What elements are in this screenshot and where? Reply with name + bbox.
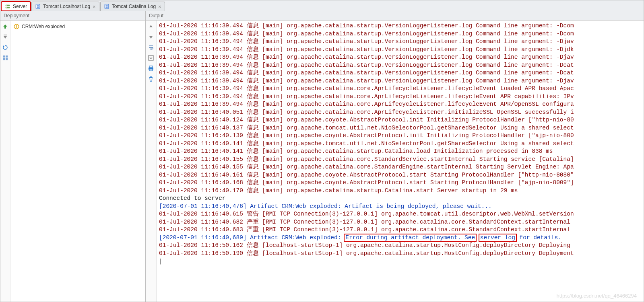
close-icon[interactable]: × <box>158 4 161 9</box>
log-line: 01-Jul-2020 11:16:50.190 信息 [localhost-s… <box>159 250 643 258</box>
error-highlight-1: Error during artifact deployment. See <box>344 234 477 242</box>
tab-label: Server <box>13 4 27 9</box>
scroll-up-icon[interactable] <box>147 23 155 30</box>
svg-rect-14 <box>3 58 5 60</box>
clear-all-icon[interactable] <box>147 75 155 82</box>
log-line: [2020-07-01 11:16:40,476] Artifact CRM:W… <box>159 203 643 211</box>
deployment-panel-title: Deployment <box>0 11 145 21</box>
log-line: 01-Jul-2020 11:16:40.051 信息 [main] org.a… <box>159 109 643 117</box>
error-highlight-2: server log <box>479 234 517 242</box>
scroll-down-icon[interactable] <box>147 33 155 41</box>
soft-wrap-icon[interactable] <box>147 44 155 51</box>
log-line: 01-Jul-2020 11:16:40.682 严重 [RMI TCP Con… <box>159 218 643 226</box>
tab-server[interactable]: Server <box>1 2 31 11</box>
log-line: 01-Jul-2020 11:16:39.494 信息 [main] org.a… <box>159 85 643 93</box>
tab-tomcat-localhost-log[interactable]: Tomcat Localhost Log× <box>31 2 99 11</box>
svg-rect-20 <box>149 66 153 68</box>
deployment-tree[interactable]: CRM:Web exploded <box>10 21 145 302</box>
log-line: 01-Jul-2020 11:16:40.170 信息 [main] org.a… <box>159 187 643 195</box>
log-line: 01-Jul-2020 11:16:39.494 信息 [main] org.a… <box>159 101 643 109</box>
log-line: 01-Jul-2020 11:16:40.615 警告 [RMI TCP Con… <box>159 210 643 218</box>
log-line: 01-Jul-2020 11:16:40.124 信息 [main] org.a… <box>159 116 643 124</box>
tab-label: Tomcat Localhost Log <box>43 4 90 9</box>
warning-icon <box>14 24 19 29</box>
svg-rect-17 <box>16 25 17 27</box>
server-icon <box>5 4 10 9</box>
log-line: 01-Jul-2020 11:16:40.161 信息 [main] org.a… <box>159 171 643 179</box>
log-line: 01-Jul-2020 11:16:39.494 信息 [main] org.a… <box>159 93 643 101</box>
log-line: 01-Jul-2020 11:16:50.162 信息 [localhost-s… <box>159 242 643 250</box>
refresh-icon[interactable] <box>2 44 9 51</box>
print-icon[interactable] <box>147 65 155 72</box>
console-output[interactable]: 01-Jul-2020 11:16:39.494 信息 [main] org.a… <box>157 21 644 302</box>
output-toolbar <box>146 21 157 302</box>
log-line: 01-Jul-2020 11:16:39.494 信息 [main] org.a… <box>159 62 643 70</box>
output-panel-title: Output <box>146 11 644 21</box>
content-area: Deployment CRM:Web exploded Output <box>0 11 644 302</box>
log-line: 01-Jul-2020 11:16:40.141 信息 [main] org.a… <box>159 148 643 156</box>
svg-rect-18 <box>16 27 17 28</box>
log-line: 01-Jul-2020 11:16:39.494 信息 [main] org.a… <box>159 53 643 62</box>
log-line: 01-Jul-2020 11:16:40.683 严重 [RMI TCP Con… <box>159 226 643 234</box>
log-line: 01-Jul-2020 11:16:39.494 信息 [main] org.a… <box>159 38 643 46</box>
log-line: 01-Jul-2020 11:16:40.168 信息 [main] org.a… <box>159 179 643 187</box>
log-line: 01-Jul-2020 11:16:40.155 信息 [main] org.a… <box>159 163 643 171</box>
output-panel: Output 01-Jul-2020 11:16:39.494 信息 [main… <box>146 11 644 302</box>
log-file-icon <box>35 4 41 9</box>
error-line: [2020-07-01 11:16:40,689] Artifact CRM:W… <box>159 234 643 242</box>
svg-rect-12 <box>3 55 5 58</box>
log-line: 01-Jul-2020 11:16:39.494 信息 [main] org.a… <box>159 22 643 30</box>
svg-point-3 <box>6 7 7 8</box>
watermark: https://blog.csdn.net/qq_46466294 <box>557 293 637 299</box>
log-line: 01-Jul-2020 11:16:39.494 信息 [main] org.a… <box>159 46 643 54</box>
log-line: 01-Jul-2020 11:16:40.137 信息 [main] org.a… <box>159 124 643 132</box>
log-line: 01-Jul-2020 11:16:39.494 信息 [main] org.a… <box>159 77 643 85</box>
close-icon[interactable]: × <box>93 4 96 9</box>
tab-bar: ServerTomcat Localhost Log×Tomcat Catali… <box>0 0 644 11</box>
deploy-all-icon[interactable] <box>2 23 9 30</box>
deployment-toolbar <box>0 21 10 302</box>
ide-run-tool-window: ServerTomcat Localhost Log×Tomcat Catali… <box>0 0 644 302</box>
log-file-icon <box>104 4 109 9</box>
svg-point-2 <box>6 5 7 6</box>
artifact-row[interactable]: CRM:Web exploded <box>12 23 144 30</box>
deployment-panel: Deployment CRM:Web exploded <box>0 11 146 302</box>
tab-label: Tomcat Catalina Log <box>112 4 156 9</box>
svg-rect-15 <box>6 58 8 60</box>
tab-tomcat-catalina-log[interactable]: Tomcat Catalina Log× <box>100 2 165 11</box>
log-line: 01-Jul-2020 11:16:39.494 信息 [main] org.a… <box>159 69 643 77</box>
caret-line: | <box>159 257 643 265</box>
artifacts-icon[interactable] <box>2 54 9 62</box>
svg-rect-19 <box>149 55 153 60</box>
log-line: 01-Jul-2020 11:16:40.141 信息 [main] org.a… <box>159 140 643 148</box>
svg-rect-22 <box>149 69 153 71</box>
artifact-label: CRM:Web exploded <box>22 24 65 29</box>
log-line: 01-Jul-2020 11:16:40.139 信息 [main] org.a… <box>159 132 643 140</box>
log-line: 01-Jul-2020 11:16:40.155 信息 [main] org.a… <box>159 156 643 164</box>
svg-rect-13 <box>6 55 8 58</box>
log-line: 01-Jul-2020 11:16:39.494 信息 [main] org.a… <box>159 30 643 38</box>
scroll-to-end-icon[interactable] <box>147 54 155 62</box>
log-line: Connected to server <box>159 195 643 203</box>
undeploy-icon[interactable] <box>2 33 9 41</box>
